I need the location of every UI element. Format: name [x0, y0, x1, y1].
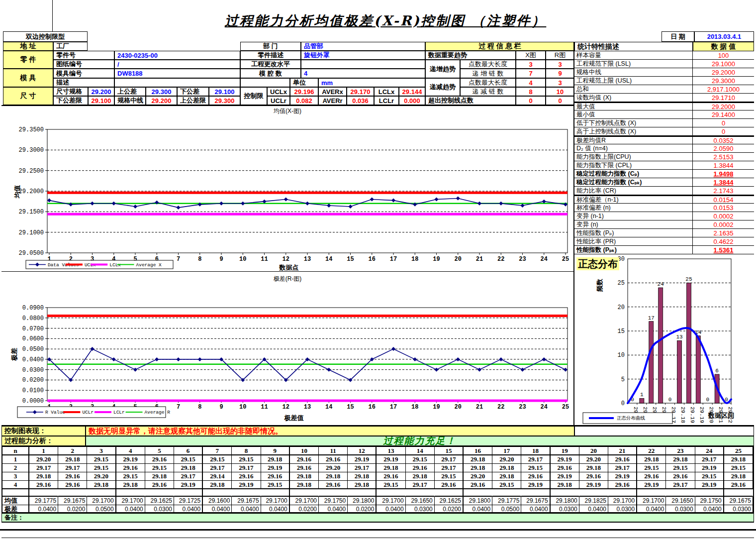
table-mean-value[interactable]: 29.1775 — [29, 497, 58, 505]
table-mean-value[interactable]: 29.1700 — [116, 497, 145, 505]
lclr-value[interactable]: 0.000 — [399, 96, 425, 105]
table-cell[interactable]: 29.15 — [145, 464, 174, 472]
table-mean-value[interactable]: 29.1750 — [319, 497, 348, 505]
table-cell[interactable]: 29.18 — [261, 455, 290, 464]
table-cell[interactable]: 29.20 — [29, 455, 58, 464]
uclr-value[interactable]: 0.082 — [290, 96, 318, 105]
table-cell[interactable]: 29.19 — [377, 455, 405, 464]
lclx-value[interactable]: 29.144 — [399, 87, 425, 96]
table-cell[interactable]: 29.15 — [87, 464, 116, 472]
table-cell[interactable]: 29.19 — [695, 481, 724, 489]
uclx-value[interactable]: 29.196 — [290, 87, 318, 96]
inc-max-length-r[interactable]: 3 — [546, 60, 574, 69]
inc-max-length-x[interactable]: 3 — [516, 60, 546, 69]
table-cell[interactable]: 29.17 — [232, 464, 261, 472]
table-cell[interactable]: 29.18 — [637, 455, 666, 464]
department-value[interactable]: 品管部 — [301, 42, 425, 51]
table-cell[interactable]: 29.17 — [521, 455, 550, 464]
statistic-value[interactable]: 0 — [693, 127, 754, 135]
table-mean-value[interactable]: 29.1825 — [579, 497, 608, 505]
table-cell[interactable]: 29.19 — [637, 481, 666, 489]
table-cell[interactable]: 29.18 — [464, 464, 492, 472]
statistic-value[interactable]: 29.3000 — [693, 77, 754, 85]
table-cell[interactable]: 29.15 — [435, 472, 464, 481]
lower-tol-value[interactable]: 29.100 — [209, 87, 240, 96]
table-cell[interactable]: 29.16 — [145, 455, 174, 464]
table-mean-value[interactable]: 29.1625 — [145, 497, 174, 505]
table-cell[interactable]: 29.15 — [232, 455, 261, 464]
table-mean-value[interactable]: 29.1800 — [348, 497, 377, 505]
table-cell[interactable]: 29.18 — [145, 472, 174, 481]
table-cell[interactable]: 29.17 — [435, 464, 464, 472]
table-cell[interactable]: 29.18 — [87, 481, 116, 489]
table-cell[interactable]: 29.16 — [319, 481, 348, 489]
table-cell[interactable]: 29.15 — [406, 455, 435, 464]
table-cell[interactable]: 29.16 — [666, 472, 695, 481]
statistic-value[interactable]: 1.3844 — [693, 161, 754, 169]
table-cell[interactable]: 29.18 — [406, 472, 435, 481]
table-mean-value[interactable]: 29.1625 — [435, 497, 464, 505]
dec-chain-r[interactable]: 10 — [546, 87, 574, 96]
table-cell[interactable]: 29.16 — [58, 481, 87, 489]
table-cell[interactable]: 29.15 — [637, 464, 666, 472]
table-cell[interactable]: 29.15 — [666, 464, 695, 472]
statistic-value[interactable]: 2.1635 — [693, 229, 754, 237]
inc-chain-r[interactable]: 9 — [546, 69, 574, 78]
inc-chain-x[interactable]: 7 — [516, 69, 546, 78]
statistic-value[interactable]: 1.5361 — [693, 246, 754, 254]
table-cell[interactable]: 29.15 — [695, 472, 724, 481]
table-cell[interactable]: 29.18 — [492, 464, 521, 472]
table-cell[interactable]: 29.15 — [724, 464, 753, 472]
table-mean-value[interactable]: 29.1650 — [666, 497, 695, 505]
table-mean-value[interactable]: 29.1800 — [551, 497, 579, 505]
table-cell[interactable]: 29.16 — [290, 455, 319, 464]
table-cell[interactable]: 29.19 — [695, 464, 724, 472]
table-cell[interactable]: 29.16 — [579, 472, 608, 481]
table-cell[interactable]: 29.15 — [87, 455, 116, 464]
table-cell[interactable]: 29.18 — [116, 481, 145, 489]
statistic-value[interactable]: 0.4622 — [693, 237, 754, 245]
lower-lim-value[interactable]: 29.100 — [88, 96, 114, 105]
table-cell[interactable]: 29.18 — [492, 472, 521, 481]
statistic-value[interactable]: 29.1000 — [693, 60, 754, 68]
statistic-value[interactable]: 0.0352 — [693, 137, 754, 144]
table-cell[interactable]: 29.20 — [579, 455, 608, 464]
statistic-value[interactable]: 29.1710 — [693, 94, 754, 102]
table-mean-value[interactable]: 29.1600 — [203, 497, 232, 505]
mid-line-value[interactable]: 29.200 — [146, 96, 177, 105]
table-cell[interactable]: 29.17 — [666, 481, 695, 489]
table-cell[interactable]: 29.15 — [492, 481, 521, 489]
eng-change-value[interactable] — [301, 60, 425, 69]
table-cell[interactable]: 29.19 — [232, 481, 261, 489]
table-mean-value[interactable]: 29.1700 — [261, 497, 290, 505]
table-cell[interactable]: 29.18 — [724, 455, 753, 464]
table-cell[interactable]: 29.15 — [174, 455, 203, 464]
upper-tol-value[interactable]: 29.300 — [146, 87, 177, 96]
table-cell[interactable]: 29.18 — [724, 472, 753, 481]
table-cell[interactable]: 29.19 — [608, 472, 637, 481]
table-cell[interactable]: 29.17 — [695, 455, 724, 464]
table-cell[interactable]: 29.16 — [521, 472, 550, 481]
table-cell[interactable]: 29.16 — [406, 464, 435, 472]
part-no-value[interactable]: 2430-0235-00 — [114, 51, 240, 60]
statistic-value[interactable]: 100 — [693, 51, 754, 59]
table-cell[interactable]: 29.16 — [232, 472, 261, 481]
mold-no-value[interactable]: DW8188 — [114, 69, 240, 78]
table-cell[interactable]: 29.15 — [377, 481, 405, 489]
table-mean-value[interactable]: 29.1700 — [608, 497, 637, 505]
table-cell[interactable]: 29.18 — [174, 464, 203, 472]
table-cell[interactable]: 29.16 — [116, 464, 145, 472]
table-cell[interactable]: 29.16 — [608, 481, 637, 489]
dec-max-length-r[interactable]: 3 — [546, 78, 574, 87]
table-cell[interactable]: 29.18 — [58, 455, 87, 464]
table-mean-value[interactable]: 29.1700 — [637, 497, 666, 505]
table-cell[interactable]: 29.18 — [464, 455, 492, 464]
statistic-value[interactable]: 0.0153 — [693, 204, 754, 212]
statistic-value[interactable]: 0 — [693, 119, 754, 127]
table-cell[interactable]: 29.19 — [348, 455, 377, 464]
statistic-value[interactable]: 1.3844 — [693, 178, 754, 186]
table-mean-value[interactable]: 29.1675 — [521, 497, 550, 505]
averr-value[interactable]: 0.036 — [347, 96, 374, 105]
table-cell[interactable]: 29.16 — [637, 472, 666, 481]
table-cell[interactable]: 29.16 — [319, 455, 348, 464]
